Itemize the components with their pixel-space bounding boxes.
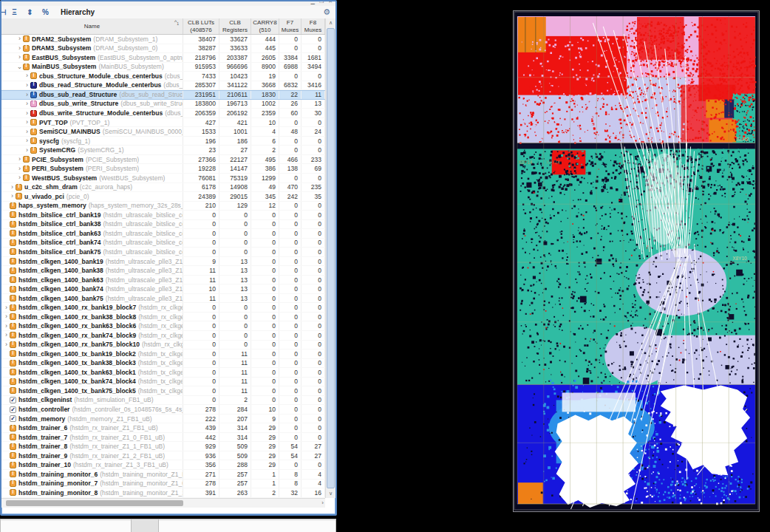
expand-icon[interactable]: ›	[16, 156, 23, 163]
table-row[interactable]: ›EastBUS_Subsystem(EastBUS_Subsystem_0_a…	[1, 53, 325, 63]
window-buttons[interactable]: ▁ ❐ ✕	[311, 1, 334, 4]
table-row[interactable]: ›u_c2c_shm_dram(c2c_aurora_haps)61781490…	[1, 183, 325, 193]
table-row[interactable]: ›SemiSCU_MAINBUS(SemiSCU_MAINBUS_0000_1)…	[1, 127, 325, 137]
table-row[interactable]: hstdm_training_monitor_6(hstdm_training_…	[1, 470, 325, 480]
expand-icon[interactable]: ›	[16, 35, 23, 42]
expand-icon[interactable]: ›	[24, 119, 30, 126]
vertical-scroll-thumb[interactable]	[327, 28, 335, 488]
expand-icon[interactable]: ›	[3, 323, 10, 330]
table-row[interactable]: ›dbus_write_Structure_Module_centerbus(d…	[1, 109, 325, 118]
expand-icon[interactable]: ›	[24, 72, 30, 79]
column-header-clb-luts[interactable]: CLB LUTs(408576	[183, 18, 219, 34]
table-row[interactable]: ›DRAM3_Subsystem(DRAM_Subsystem_0)382873…	[1, 44, 325, 54]
table-row[interactable]: ›hstdm_clkgen_1400_rx_bank74_block9(hstd…	[1, 331, 325, 341]
expand-icon[interactable]: ›	[24, 147, 30, 154]
table-row[interactable]: ›dbus_sub_write_Structure(dbus_sub_write…	[1, 100, 325, 109]
expand-icon[interactable]: ›	[3, 341, 10, 348]
table-row[interactable]: hstdm_bitslice_ctrl_bank19(hstdm_ultrasc…	[1, 211, 325, 220]
value-cell: 0	[301, 211, 325, 219]
expand-icon[interactable]: ›	[3, 332, 10, 338]
table-row[interactable]: hstdm_clkgen_1400_bank75(hstdm_ultrascal…	[1, 294, 325, 304]
table-row[interactable]: ⌄MainBUS_Subsystem(MainBUS_Subsystem)915…	[1, 63, 325, 72]
table-row[interactable]: hstdm_clkgen_1400_bank19(hstdm_ultrascal…	[1, 257, 325, 267]
table-row[interactable]: ›hstdm_clkgen_1400_rx_bank19_block7(hstd…	[1, 303, 325, 313]
table-row[interactable]: ›SystemCRG(SystemCRG_1)2327200	[1, 146, 325, 155]
horizontal-scroll-thumb[interactable]	[6, 500, 183, 506]
table-row[interactable]: hstdm_clkgen_1400_tx_bank74_block4(hstdm…	[1, 378, 325, 387]
gear-icon[interactable]: ⚙	[323, 7, 330, 17]
table-row[interactable]: hstdm_trainer_10(hstdm_rx_trainer_Z1_3_F…	[1, 460, 325, 470]
value-cell: 0	[183, 248, 219, 256]
table-row[interactable]: hstdm_clkgen_1400_bank38(hstdm_ultrascal…	[1, 266, 325, 276]
table-row[interactable]: hstdm_training_monitor_8(hstdm_training_…	[1, 488, 325, 498]
column-header-f8-muxes[interactable]: F8Muxes	[301, 18, 325, 34]
vertical-scrollbar[interactable]: ∧ ∨	[325, 18, 335, 498]
table-row[interactable]: hstdm_bitslice_ctrl_bank63(hstdm_ultrasc…	[1, 229, 325, 239]
table-row[interactable]: hstdm_clkgen_1400_tx_bank38_block3(hstdm…	[1, 359, 325, 369]
table-row[interactable]: hstdm_clkgen_1400_tx_bank19_block2(hstdm…	[1, 349, 325, 359]
expand-icon[interactable]: ›	[24, 82, 30, 89]
device-map[interactable]: SLR2 X0Y14 X1Y14 X8Y10	[514, 11, 759, 511]
table-row[interactable]: hstdm_bitslice_ctrl_bank74(hstdm_ultrasc…	[1, 239, 325, 248]
expand-icon[interactable]: ›	[24, 110, 30, 117]
table-row[interactable]: ›syscfg(syscfg_1)196186600	[1, 137, 325, 146]
expand-collapse-icon[interactable]: ⇕	[22, 8, 38, 16]
table-row[interactable]: ›DRAM2_Subsystem(DRAM_Subsystem_1)384073…	[1, 35, 325, 44]
table-row[interactable]: ›dbus_sub_read_Structure(dbus_sub_read_S…	[1, 90, 325, 100]
expand-icon[interactable]: ›	[16, 174, 23, 181]
table-row[interactable]: hstdm_trainer_6(hstdm_rx_trainer_Z1_FB1_…	[1, 423, 325, 433]
table-row[interactable]: hstdm_trainer_7(hstdm_rx_trainer_Z1_0_FB…	[1, 433, 325, 443]
column-header-carry8[interactable]: CARRY8(510	[251, 18, 279, 34]
table-row[interactable]: ›PCIE_Subsystem(PCIE_Subsystem)273662212…	[1, 155, 325, 165]
expand-icon[interactable]: ›	[3, 304, 10, 311]
table-row[interactable]: hstdm_controller(hstdm_controller_0s_104…	[1, 405, 325, 415]
table-row[interactable]: ›dbus_read_Structure_Module_centerbus(db…	[1, 81, 325, 91]
expand-icon[interactable]: ›	[9, 193, 16, 200]
table-row[interactable]: ›WestBUS_Subsystem(WestBUS_Subsystem)760…	[1, 174, 325, 183]
background-window-fragment[interactable]	[0, 519, 132, 532]
expand-icon[interactable]: ›	[24, 100, 30, 107]
table-row[interactable]: hstdm_trainer_9(hstdm_rx_trainer_Z1_2_FB…	[1, 451, 325, 461]
expand-icon[interactable]: ›	[16, 166, 23, 172]
table-row[interactable]: ›hstdm_clkgen_1400_rx_bank63_block6(hstd…	[1, 321, 325, 331]
column-header-clb-registers[interactable]: CLBRegisters	[219, 18, 251, 34]
table-row[interactable]: ›PVT_TOP(PVT_TOP_1)4274211000	[1, 118, 325, 128]
table-row[interactable]: hstdm_clkgeninst(hstdm_simulation_FB1_uB…	[1, 396, 325, 406]
expand-icon[interactable]: ›	[24, 92, 30, 98]
table-row[interactable]: hstdm_clkgen_1400_tx_bank63_block1(hstdm…	[1, 368, 325, 378]
collapse-all-icon[interactable]: Ξ	[7, 8, 22, 16]
scroll-down-icon[interactable]: ∨	[326, 489, 335, 498]
table-row[interactable]: hstdm_bitslice_ctrl_bank38(hstdm_ultrasc…	[1, 220, 325, 230]
table-row[interactable]: ›cbus_Structure_Module_cbus_centerbus(cb…	[1, 72, 325, 81]
horizontal-scrollbar[interactable]: ›	[1, 498, 325, 508]
table-row[interactable]: ›u_vivado_pci(pcie_0)243892901534524235	[1, 192, 325, 202]
expand-icon[interactable]: ›	[24, 129, 30, 135]
table-row[interactable]: ›PERI_Subsystem(PERI_Subsystem)192281414…	[1, 164, 325, 174]
table-row[interactable]: hstdm_clkgen_1400_bank74(hstdm_ultrascal…	[1, 284, 325, 294]
table-row[interactable]: haps_system_memory(haps_system_memory_32…	[1, 202, 325, 211]
clipped-left-icon[interactable]: ⊣	[1, 8, 7, 16]
value-cell: 6832	[279, 81, 301, 90]
table-row[interactable]: hstdm_bitslice_ctrl_bank75(hstdm_ultrasc…	[1, 248, 325, 257]
table-row[interactable]: hstdm_clkgen_1400_tx_bank75_block5(hstdm…	[1, 386, 325, 396]
device-view-window[interactable]: SLR2 X0Y14 X1Y14 X8Y10	[513, 10, 760, 512]
collapse-icon[interactable]: ⌄	[16, 64, 23, 70]
expand-icon[interactable]: ›	[16, 45, 23, 52]
table-row[interactable]: ›hstdm_clkgen_1400_rx_bank75_block10(hst…	[1, 341, 325, 350]
expand-icon[interactable]: ›	[24, 137, 30, 144]
table-row[interactable]: hstdm_memory(hstdm_memory_Z1_FB1_uB)2222…	[1, 415, 325, 424]
column-header-name[interactable]: Name ^1	[1, 18, 183, 34]
expand-icon[interactable]: ›	[9, 184, 16, 191]
background-window-fragment[interactable]	[158, 519, 336, 532]
value-cell: 1001	[219, 127, 251, 136]
expand-icon[interactable]: ›	[16, 54, 23, 61]
expand-icon[interactable]: ›	[3, 313, 10, 320]
table-row[interactable]: hstdm_clkgen_1400_bank63(hstdm_ultrascal…	[1, 276, 325, 285]
scroll-up-icon[interactable]: ∧	[326, 18, 335, 27]
column-header-f7-muxes[interactable]: F7Muxes	[279, 18, 301, 34]
scroll-right-icon[interactable]: ›	[321, 499, 324, 508]
table-row[interactable]: hstdm_trainer_8(hstdm_rx_trainer_Z1_1_FB…	[1, 442, 325, 451]
table-row[interactable]: hstdm_training_monitor_7(hstdm_training_…	[1, 480, 325, 489]
table-row[interactable]: ›hstdm_clkgen_1400_rx_bank38_block8(hstd…	[1, 313, 325, 322]
percentage-icon[interactable]: %	[38, 8, 53, 16]
